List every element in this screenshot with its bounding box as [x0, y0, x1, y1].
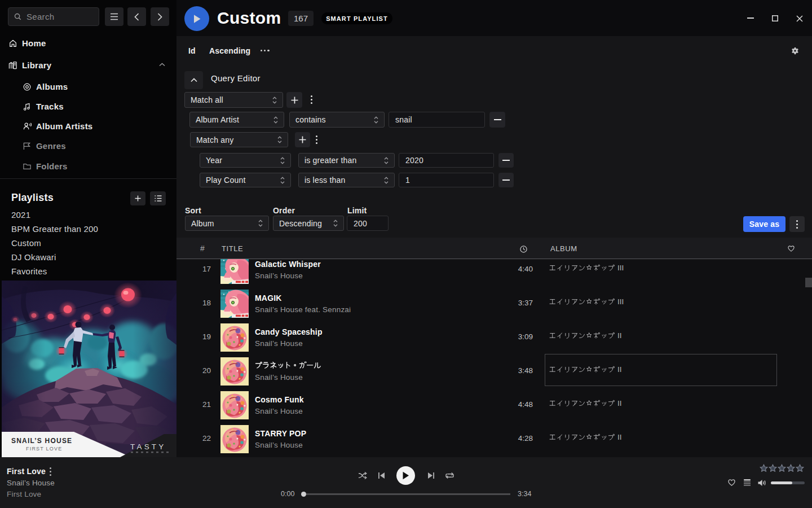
svg-text:TASTY: TASTY	[130, 443, 166, 451]
svg-text:FIRST LOVE: FIRST LOVE	[26, 446, 62, 452]
svg-text:SNAIL’S HOUSE: SNAIL’S HOUSE	[11, 437, 72, 445]
